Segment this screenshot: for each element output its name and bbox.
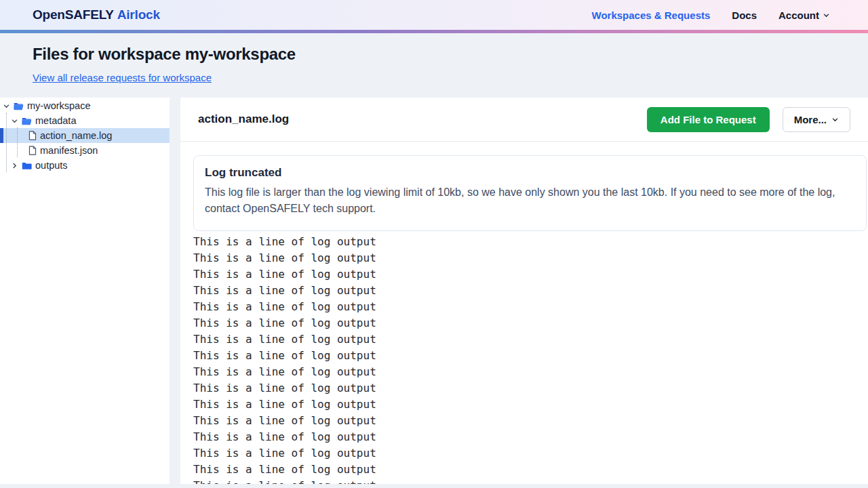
tree-indent-guide bbox=[17, 127, 18, 157]
tree-item-metadata[interactable]: metadata bbox=[0, 113, 170, 128]
file-icon bbox=[28, 131, 37, 140]
logo-secondary-text: Airlock bbox=[117, 7, 160, 22]
chevron-down-icon bbox=[11, 117, 18, 125]
tree-item-label: metadata bbox=[35, 115, 76, 126]
file-icon bbox=[28, 146, 37, 155]
nav-links: Workspaces & Requests Docs Account bbox=[592, 9, 830, 21]
tree-item-label: manifest.json bbox=[40, 145, 98, 156]
page-title: Files for workspace my-workspace bbox=[33, 45, 835, 64]
file-content-area: Log truncated This log file is larger th… bbox=[180, 142, 868, 484]
file-actions: Add File to Request More... bbox=[647, 107, 850, 132]
folder-open-icon bbox=[22, 117, 32, 125]
file-title: action_name.log bbox=[198, 113, 289, 126]
more-button-label: More... bbox=[794, 114, 827, 125]
tree-item-my-workspace[interactable]: my-workspace bbox=[0, 98, 170, 113]
file-tree: my-workspace metadata action_name.log bbox=[0, 98, 170, 173]
notice-title: Log truncated bbox=[205, 166, 855, 180]
tree-item-manifest-json[interactable]: manifest.json bbox=[0, 143, 170, 158]
chevron-down-icon bbox=[823, 12, 830, 19]
tree-indent-guide bbox=[6, 113, 7, 172]
chevron-down-icon bbox=[3, 102, 10, 110]
tree-item-label: action_name.log bbox=[40, 130, 112, 141]
log-output: This is a line of log output This is a l… bbox=[193, 234, 868, 484]
file-detail-panel: action_name.log Add File to Request More… bbox=[180, 98, 868, 484]
chevron-down-icon bbox=[831, 116, 839, 123]
logo-primary-text: OpenSAFELY bbox=[33, 7, 114, 22]
app-logo[interactable]: OpenSAFELYAirlock bbox=[33, 7, 160, 22]
page-header: Files for workspace my-workspace View al… bbox=[0, 33, 868, 98]
navbar: OpenSAFELYAirlock Workspaces & Requests … bbox=[0, 0, 868, 30]
nav-link-account[interactable]: Account bbox=[778, 9, 830, 21]
folder-closed-icon bbox=[22, 161, 32, 170]
nav-link-account-label: Account bbox=[778, 9, 819, 21]
page: OpenSAFELYAirlock Workspaces & Requests … bbox=[0, 0, 868, 488]
log-truncated-notice: Log truncated This log file is larger th… bbox=[193, 155, 867, 231]
content: my-workspace metadata action_name.log bbox=[0, 98, 868, 484]
view-release-requests-link[interactable]: View all release requests for workspace bbox=[33, 72, 212, 83]
nav-link-docs[interactable]: Docs bbox=[732, 9, 757, 21]
nav-link-workspaces-requests[interactable]: Workspaces & Requests bbox=[592, 9, 711, 21]
tree-item-label: my-workspace bbox=[27, 100, 90, 111]
add-file-to-request-button[interactable]: Add File to Request bbox=[647, 107, 770, 132]
folder-open-icon bbox=[14, 102, 24, 110]
more-button[interactable]: More... bbox=[783, 107, 850, 132]
tree-item-label: outputs bbox=[35, 160, 68, 171]
tree-item-action-name-log[interactable]: action_name.log bbox=[0, 128, 170, 143]
file-header: action_name.log Add File to Request More… bbox=[180, 98, 868, 142]
tree-item-outputs[interactable]: outputs bbox=[0, 158, 170, 173]
file-tree-sidebar: my-workspace metadata action_name.log bbox=[0, 98, 170, 484]
chevron-right-icon bbox=[11, 162, 18, 169]
notice-body: This log file is larger than the log vie… bbox=[205, 184, 855, 217]
